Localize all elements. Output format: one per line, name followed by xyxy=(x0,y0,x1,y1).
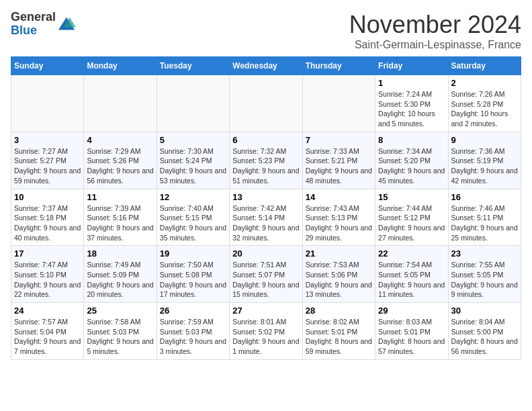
col-header-wednesday: Wednesday xyxy=(230,57,302,75)
calendar-cell: 20Sunrise: 7:51 AM Sunset: 5:07 PM Dayli… xyxy=(230,246,302,303)
calendar-cell: 24Sunrise: 7:57 AM Sunset: 5:04 PM Dayli… xyxy=(11,303,84,360)
day-number: 2 xyxy=(451,78,518,88)
day-detail: Sunrise: 7:46 AM Sunset: 5:11 PM Dayligh… xyxy=(451,204,518,242)
calendar-cell: 9Sunrise: 7:36 AM Sunset: 5:19 PM Daylig… xyxy=(448,132,521,189)
day-number: 3 xyxy=(14,135,81,145)
day-detail: Sunrise: 7:26 AM Sunset: 5:28 PM Dayligh… xyxy=(451,90,508,128)
day-detail: Sunrise: 7:47 AM Sunset: 5:10 PM Dayligh… xyxy=(14,261,81,298)
calendar-cell: 27Sunrise: 8:01 AM Sunset: 5:02 PM Dayli… xyxy=(230,303,302,360)
calendar-cell: 1Sunrise: 7:24 AM Sunset: 5:30 PM Daylig… xyxy=(375,75,448,132)
day-detail: Sunrise: 7:30 AM Sunset: 5:24 PM Dayligh… xyxy=(160,147,226,185)
calendar-cell: 28Sunrise: 8:02 AM Sunset: 5:01 PM Dayli… xyxy=(302,303,375,360)
day-detail: Sunrise: 7:53 AM Sunset: 5:06 PM Dayligh… xyxy=(306,261,372,298)
calendar-cell: 15Sunrise: 7:44 AM Sunset: 5:12 PM Dayli… xyxy=(375,189,448,246)
day-detail: Sunrise: 7:33 AM Sunset: 5:21 PM Dayligh… xyxy=(306,147,372,185)
day-number: 19 xyxy=(160,248,226,259)
calendar-cell: 11Sunrise: 7:39 AM Sunset: 5:16 PM Dayli… xyxy=(84,189,157,246)
day-detail: Sunrise: 7:40 AM Sunset: 5:15 PM Dayligh… xyxy=(160,204,226,242)
calendar-cell xyxy=(302,75,375,132)
col-header-monday: Monday xyxy=(84,57,157,75)
day-detail: Sunrise: 7:50 AM Sunset: 5:08 PM Dayligh… xyxy=(160,261,226,298)
calendar-cell: 4Sunrise: 7:29 AM Sunset: 5:26 PM Daylig… xyxy=(84,132,157,189)
day-number: 23 xyxy=(451,248,518,259)
calendar-cell: 26Sunrise: 7:59 AM Sunset: 5:03 PM Dayli… xyxy=(157,303,229,360)
calendar-cell xyxy=(157,75,229,132)
logo-blue-text: Blue xyxy=(11,24,56,38)
day-number: 7 xyxy=(306,135,372,145)
day-number: 10 xyxy=(14,192,81,202)
day-detail: Sunrise: 7:36 AM Sunset: 5:19 PM Dayligh… xyxy=(451,147,518,185)
calendar-cell: 6Sunrise: 7:32 AM Sunset: 5:23 PM Daylig… xyxy=(230,132,302,189)
day-number: 22 xyxy=(378,248,445,259)
day-detail: Sunrise: 7:54 AM Sunset: 5:05 PM Dayligh… xyxy=(378,261,445,298)
calendar-cell xyxy=(11,75,84,132)
day-number: 5 xyxy=(160,135,226,145)
calendar-cell: 14Sunrise: 7:43 AM Sunset: 5:13 PM Dayli… xyxy=(302,189,375,246)
day-detail: Sunrise: 7:57 AM Sunset: 5:04 PM Dayligh… xyxy=(14,318,81,355)
logo: General Blue xyxy=(11,11,76,38)
calendar-cell: 22Sunrise: 7:54 AM Sunset: 5:05 PM Dayli… xyxy=(375,246,448,303)
col-header-thursday: Thursday xyxy=(302,57,375,75)
day-number: 14 xyxy=(306,192,372,202)
calendar-cell: 10Sunrise: 7:37 AM Sunset: 5:18 PM Dayli… xyxy=(11,189,84,246)
day-number: 17 xyxy=(14,248,81,259)
day-detail: Sunrise: 7:44 AM Sunset: 5:12 PM Dayligh… xyxy=(378,204,445,242)
day-number: 27 xyxy=(232,306,299,316)
logo-general-text: General xyxy=(11,11,56,24)
day-detail: Sunrise: 7:32 AM Sunset: 5:23 PM Dayligh… xyxy=(232,147,299,185)
day-detail: Sunrise: 7:27 AM Sunset: 5:27 PM Dayligh… xyxy=(14,147,81,185)
day-number: 18 xyxy=(87,248,153,259)
day-number: 29 xyxy=(378,306,445,316)
day-detail: Sunrise: 8:04 AM Sunset: 5:00 PM Dayligh… xyxy=(451,318,518,355)
col-header-saturday: Saturday xyxy=(448,57,521,75)
calendar-cell xyxy=(230,75,302,132)
calendar-table: SundayMondayTuesdayWednesdayThursdayFrid… xyxy=(11,56,521,360)
day-detail: Sunrise: 7:51 AM Sunset: 5:07 PM Dayligh… xyxy=(232,261,299,298)
day-number: 24 xyxy=(14,306,81,316)
calendar-cell: 23Sunrise: 7:55 AM Sunset: 5:05 PM Dayli… xyxy=(448,246,521,303)
day-number: 12 xyxy=(160,192,226,202)
day-detail: Sunrise: 7:55 AM Sunset: 5:05 PM Dayligh… xyxy=(451,261,518,298)
day-number: 15 xyxy=(378,192,445,202)
day-detail: Sunrise: 7:59 AM Sunset: 5:03 PM Dayligh… xyxy=(160,318,226,355)
day-number: 13 xyxy=(232,192,299,202)
day-detail: Sunrise: 8:02 AM Sunset: 5:01 PM Dayligh… xyxy=(306,318,372,355)
day-number: 11 xyxy=(87,192,153,202)
calendar-cell: 21Sunrise: 7:53 AM Sunset: 5:06 PM Dayli… xyxy=(302,246,375,303)
col-header-friday: Friday xyxy=(375,57,448,75)
calendar-cell: 3Sunrise: 7:27 AM Sunset: 5:27 PM Daylig… xyxy=(11,132,84,189)
day-number: 6 xyxy=(232,135,299,145)
day-number: 28 xyxy=(306,306,372,316)
day-detail: Sunrise: 8:01 AM Sunset: 5:02 PM Dayligh… xyxy=(232,318,299,355)
calendar-cell: 7Sunrise: 7:33 AM Sunset: 5:21 PM Daylig… xyxy=(302,132,375,189)
calendar-cell: 18Sunrise: 7:49 AM Sunset: 5:09 PM Dayli… xyxy=(84,246,157,303)
calendar-cell: 13Sunrise: 7:42 AM Sunset: 5:14 PM Dayli… xyxy=(230,189,302,246)
calendar-cell: 12Sunrise: 7:40 AM Sunset: 5:15 PM Dayli… xyxy=(157,189,229,246)
day-detail: Sunrise: 7:43 AM Sunset: 5:13 PM Dayligh… xyxy=(306,204,372,242)
calendar-cell xyxy=(84,75,157,132)
day-number: 21 xyxy=(306,248,372,259)
calendar-cell: 30Sunrise: 8:04 AM Sunset: 5:00 PM Dayli… xyxy=(448,303,521,360)
location-title: Saint-Germain-Lespinasse, France xyxy=(349,39,521,51)
day-number: 16 xyxy=(451,192,518,202)
day-number: 20 xyxy=(232,248,299,259)
day-number: 30 xyxy=(451,306,518,316)
col-header-sunday: Sunday xyxy=(11,57,84,75)
logo-icon xyxy=(57,15,76,34)
day-number: 4 xyxy=(87,135,153,145)
calendar-cell: 2Sunrise: 7:26 AM Sunset: 5:28 PM Daylig… xyxy=(448,75,521,132)
day-detail: Sunrise: 7:29 AM Sunset: 5:26 PM Dayligh… xyxy=(87,147,153,185)
day-number: 1 xyxy=(378,78,445,88)
day-number: 26 xyxy=(160,306,226,316)
calendar-cell: 25Sunrise: 7:58 AM Sunset: 5:03 PM Dayli… xyxy=(84,303,157,360)
day-number: 9 xyxy=(451,135,518,145)
calendar-cell: 29Sunrise: 8:03 AM Sunset: 5:01 PM Dayli… xyxy=(375,303,448,360)
col-header-tuesday: Tuesday xyxy=(157,57,229,75)
calendar-cell: 5Sunrise: 7:30 AM Sunset: 5:24 PM Daylig… xyxy=(157,132,229,189)
day-number: 8 xyxy=(378,135,445,145)
day-detail: Sunrise: 7:39 AM Sunset: 5:16 PM Dayligh… xyxy=(87,204,153,242)
day-number: 25 xyxy=(87,306,153,316)
calendar-cell: 17Sunrise: 7:47 AM Sunset: 5:10 PM Dayli… xyxy=(11,246,84,303)
calendar-cell: 19Sunrise: 7:50 AM Sunset: 5:08 PM Dayli… xyxy=(157,246,229,303)
day-detail: Sunrise: 8:03 AM Sunset: 5:01 PM Dayligh… xyxy=(378,318,445,355)
